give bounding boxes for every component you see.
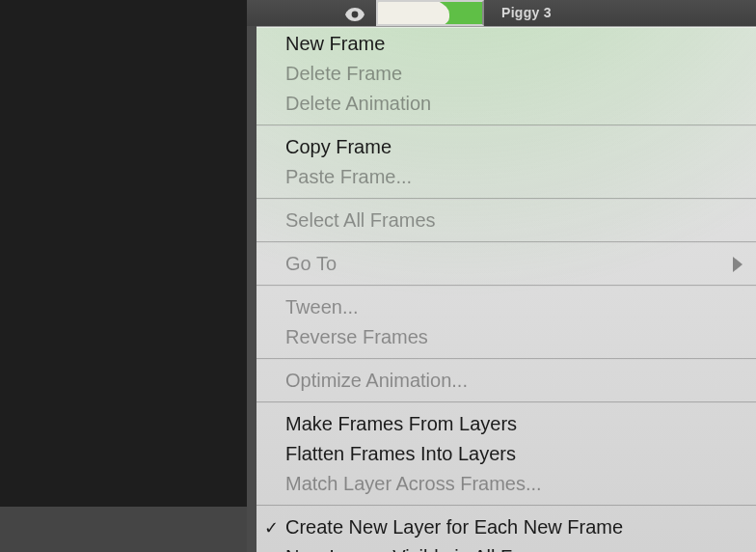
menu-item-label: Match Layer Across Frames... — [285, 473, 542, 494]
menu-item-label: Optimize Animation... — [285, 370, 468, 391]
menu-item-label: Delete Animation — [285, 93, 431, 114]
menu-item-label: New Layers Visible in All Frames — [285, 546, 566, 552]
frame-thumbnail[interactable] — [376, 0, 484, 26]
menu-separator — [256, 241, 756, 243]
svg-point-0 — [352, 12, 359, 18]
menu-separator — [256, 358, 756, 360]
menu-item-optimize-animation: Optimize Animation... — [256, 366, 756, 396]
menu-item-label: Create New Layer for Each New Frame — [285, 516, 623, 538]
visibility-eye-icon[interactable] — [345, 8, 364, 21]
canvas-area — [0, 0, 247, 507]
menu-item-label: Delete Frame — [285, 63, 402, 84]
menu-item-label: Select All Frames — [285, 209, 436, 231]
menu-item-paste-frame: Paste Frame... — [256, 162, 756, 192]
menu-item-go-to: Go To — [256, 249, 756, 279]
menu-separator — [256, 285, 756, 287]
check-icon: ✓ — [264, 514, 279, 540]
menu-separator — [256, 505, 756, 507]
menu-item-delete-animation: Delete Animation — [256, 89, 756, 119]
menu-item-make-frames-from-layers[interactable]: Make Frames From Layers — [256, 409, 756, 439]
menu-item-label: Copy Frame — [285, 136, 392, 157]
menu-item-new-layers-visible-in-all-frames[interactable]: ✓New Layers Visible in All Frames — [256, 542, 756, 552]
menu-item-label: Make Frames From Layers — [285, 413, 517, 434]
menu-item-new-frame[interactable]: New Frame — [256, 29, 756, 59]
menu-item-match-layer-across-frames: Match Layer Across Frames... — [256, 469, 756, 499]
menu-item-create-new-layer-for-each-new-frame[interactable]: ✓Create New Layer for Each New Frame — [256, 512, 756, 542]
layer-name[interactable]: Piggy 3 — [501, 5, 552, 20]
menu-item-flatten-frames-into-layers[interactable]: Flatten Frames Into Layers — [256, 439, 756, 469]
menu-separator — [256, 124, 756, 126]
menu-item-copy-frame[interactable]: Copy Frame — [256, 132, 756, 162]
menu-item-label: Reverse Frames — [285, 326, 428, 347]
chevron-right-icon — [733, 257, 742, 272]
menu-separator — [256, 198, 756, 200]
menu-item-select-all-frames: Select All Frames — [256, 206, 756, 235]
menu-item-reverse-frames: Reverse Frames — [256, 322, 756, 352]
menu-item-label: Tween... — [285, 296, 359, 317]
menu-item-tween: Tween... — [256, 292, 756, 322]
menu-separator — [256, 401, 756, 403]
menu-item-delete-frame: Delete Frame — [256, 59, 756, 89]
timeline-flyout-menu: New FrameDelete FrameDelete AnimationCop… — [256, 26, 756, 552]
menu-item-label: New Frame — [285, 33, 385, 54]
menu-item-label: Flatten Frames Into Layers — [285, 443, 516, 464]
check-icon: ✓ — [264, 544, 279, 552]
panel-footer — [0, 507, 247, 552]
menu-item-label: Paste Frame... — [285, 166, 412, 187]
frame-thumbnail-art — [376, 0, 449, 26]
menu-item-label: Go To — [285, 253, 337, 274]
